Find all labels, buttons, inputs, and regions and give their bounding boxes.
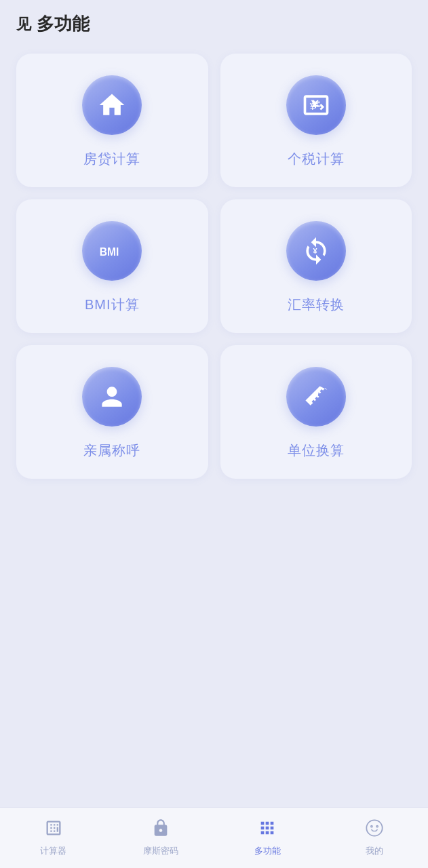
svg-text:BMI: BMI bbox=[100, 246, 119, 258]
nav-profile[interactable]: 我的 bbox=[321, 818, 428, 857]
nav-morse[interactable]: 摩斯密码 bbox=[107, 818, 214, 857]
exchange-icon: ¥ bbox=[301, 236, 331, 266]
tax-icon: ¥→ bbox=[301, 90, 331, 120]
nav-profile-label: 我的 bbox=[366, 845, 383, 857]
mortgage-label: 房贷计算 bbox=[83, 150, 140, 168]
house-icon bbox=[97, 90, 127, 120]
card-unit[interactable]: 单位换算 bbox=[220, 345, 412, 479]
card-mortgage[interactable]: 房贷计算 bbox=[16, 54, 208, 187]
tax-label: 个税计算 bbox=[288, 150, 345, 168]
card-exchange[interactable]: ¥ 汇率转换 bbox=[220, 199, 412, 333]
bmi-icon: BMI bbox=[97, 236, 127, 266]
kinship-label: 亲属称呼 bbox=[83, 441, 140, 460]
bmi-label: BMI计算 bbox=[85, 296, 140, 314]
face-icon bbox=[365, 818, 384, 842]
exchange-label: 汇率转换 bbox=[288, 296, 345, 314]
card-kinship[interactable]: 亲属称呼 bbox=[16, 345, 208, 479]
nav-multifunction-label: 多功能 bbox=[254, 845, 281, 857]
title-icon: ⻅ bbox=[16, 14, 31, 35]
card-bmi[interactable]: BMI BMI计算 bbox=[16, 199, 208, 333]
tax-icon-circle: ¥→ bbox=[286, 75, 346, 135]
calc-icon bbox=[44, 818, 63, 842]
lock-icon bbox=[151, 818, 170, 842]
card-tax[interactable]: ¥→ 个税计算 bbox=[220, 54, 412, 187]
bmi-icon-circle: BMI bbox=[82, 221, 142, 281]
grid-icon bbox=[258, 818, 277, 842]
ruler-icon bbox=[301, 382, 331, 412]
nav-calculator[interactable]: 计算器 bbox=[0, 818, 107, 857]
person-icon bbox=[97, 382, 127, 412]
kinship-icon-circle bbox=[82, 367, 142, 427]
unit-icon-circle bbox=[286, 367, 346, 427]
bottom-nav: 计算器 摩斯密码 多功能 我的 bbox=[0, 807, 428, 868]
mortgage-icon-circle bbox=[82, 75, 142, 135]
exchange-icon-circle: ¥ bbox=[286, 221, 346, 281]
svg-text:¥: ¥ bbox=[313, 247, 317, 255]
card-grid: 房贷计算 ¥→ 个税计算 BMI BMI计算 ¥ bbox=[0, 43, 428, 490]
nav-morse-label: 摩斯密码 bbox=[143, 845, 178, 857]
nav-multifunction[interactable]: 多功能 bbox=[214, 818, 322, 857]
nav-calculator-label: 计算器 bbox=[40, 845, 66, 857]
unit-label: 单位换算 bbox=[288, 441, 345, 460]
page-title: ⻅ 多功能 bbox=[0, 0, 428, 43]
